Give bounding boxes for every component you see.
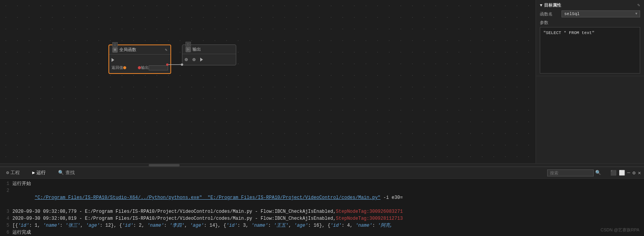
log-text-2: "C:/Program Files/IS-RPA10/Studio-X64/..… — [12, 187, 403, 208]
log-num-1: 1 — [3, 180, 9, 187]
tab-project[interactable]: ⚙ 工程 — [3, 169, 23, 176]
port-out-output[interactable] — [192, 58, 196, 61]
log-val-name1: '张三' — [65, 223, 80, 228]
log-key-age2: 'age' — [190, 223, 204, 228]
log-num-4: 4 — [3, 215, 9, 222]
tab-project-label: 工程 — [10, 169, 20, 176]
node-icon-output: ▷ — [185, 47, 191, 52]
log-content: 1 运行开始 2 "C:/Program Files/IS-RPA10/Stud… — [0, 179, 644, 236]
log-num-5: 5 — [3, 222, 9, 229]
select-arrow-icon: ▼ — [635, 12, 637, 16]
canvas-area[interactable]: □ ⊞ 全局函数 ✎ 返回值 输出 — [0, 0, 536, 163]
toolbar-icon-close[interactable]: ✕ — [638, 170, 641, 176]
port-in-output[interactable] — [185, 58, 188, 61]
node-label-return: 返回值 — [112, 65, 123, 70]
log-link-2[interactable]: "C:/Program Files/IS-RPA10/Studio-X64/..… — [35, 195, 381, 200]
node-body-global: 返回值 输出 — [109, 55, 170, 73]
node-output[interactable]: □ ▷ 输出 — [182, 44, 236, 65]
node-label-output: 输出 — [141, 65, 149, 70]
log-key-name1: 'name' — [43, 223, 60, 228]
node-header-global: ⊞ 全局函数 ✎ — [109, 45, 170, 55]
node-title-global: 全局函数 — [119, 47, 163, 53]
log-val-name3: '王五' — [274, 223, 289, 228]
log-key-age3: 'age' — [294, 223, 308, 228]
search-input[interactable] — [547, 169, 594, 176]
function-name-select[interactable]: selSql ▼ — [562, 10, 640, 17]
tab-run-label: 运行 — [36, 169, 46, 176]
port-return[interactable] — [123, 66, 126, 69]
search-tab-icon: 🔍 — [58, 170, 64, 176]
target-props-header: ▼ 目标属性 ✎ — [540, 2, 640, 8]
log-line-4: 4 2020-09-30 09:32:08,819 - E:/Program F… — [3, 215, 641, 222]
connections-svg — [0, 0, 536, 163]
function-name-label: 函数名 — [540, 11, 559, 17]
target-props-title: ▼ 目标属性 — [540, 2, 561, 8]
log-line-1: 1 运行开始 — [3, 180, 641, 187]
log-text-6: 运行完成 — [12, 229, 31, 236]
tab-search-label: 查找 — [65, 169, 75, 176]
log-line-2: 2 "C:/Program Files/IS-RPA10/Studio-X64/… — [3, 187, 641, 208]
node-edit-global[interactable]: ✎ — [165, 48, 167, 52]
log-key-name2: 'name' — [147, 223, 164, 228]
log-text-3: 2020-09-30 09:32:08,779 - E:/Program Fil… — [12, 208, 403, 215]
toolbar-icon-3[interactable]: — — [627, 170, 630, 176]
node-icon-global: ⊞ — [112, 47, 118, 53]
log-text-5: [{'id': 1, 'name': '张三', 'age': 12}, {'i… — [12, 222, 393, 229]
node-row-global-2: 返回值 输出 — [109, 64, 170, 72]
params-value: "SELECT * FROM text" — [543, 31, 594, 35]
log-key-id3: 'id' — [226, 223, 237, 228]
log-num-2: 2 — [3, 187, 9, 208]
collapse-icon[interactable]: ▼ — [540, 3, 543, 8]
node-body-output — [182, 54, 236, 65]
node-row-output-1 — [182, 56, 236, 63]
log-key-name4: 'name' — [355, 223, 372, 228]
log-key-id4: 'id' — [330, 223, 342, 228]
toolbar-icon-1[interactable]: ⬛ — [610, 170, 617, 176]
params-label: 参数 — [540, 20, 640, 26]
horizontal-scrollbar[interactable] — [0, 163, 644, 166]
arrow-icon-global — [112, 58, 114, 62]
log-red-4: StepNodeTag:300928112713 — [336, 216, 403, 221]
bottom-panel: ⚙ 工程 ▶ 运行 🔍 查找 🔍 ⬛ ⬜ — ⚙ ✕ 1 运 — [0, 166, 644, 236]
node-global-fn[interactable]: □ ⊞ 全局函数 ✎ 返回值 输出 — [108, 44, 171, 74]
bottom-search-area: 🔍 — [547, 169, 601, 176]
node-top-icon-global: □ — [112, 42, 118, 47]
function-name-value: selSql — [564, 12, 580, 16]
bottom-tabs: ⚙ 工程 ▶ 运行 🔍 查找 🔍 ⬛ ⬜ — ⚙ ✕ — [0, 167, 644, 179]
port-output[interactable] — [138, 66, 141, 69]
log-line-5: 5 [{'id': 1, 'name': '张三', 'age': 12}, {… — [3, 222, 641, 229]
arrow-icon-output — [200, 58, 203, 62]
log-num-6: 6 — [3, 229, 9, 236]
log-text-1: 运行开始 — [12, 180, 31, 187]
target-props-edit-icon[interactable]: ✎ — [637, 2, 640, 8]
log-red-3: StepNodeTag:300926083271 — [336, 209, 403, 214]
run-icon: ▶ — [32, 170, 35, 176]
log-key-name3: 'name' — [251, 223, 268, 228]
log-line-3: 3 2020-09-30 09:32:08,779 - E:/Program F… — [3, 208, 641, 215]
log-num-3: 3 — [3, 208, 9, 215]
target-props-label: 目标属性 — [544, 2, 561, 8]
log-val-name4: '阿亮, — [378, 223, 393, 228]
scroll-thumb[interactable] — [149, 164, 180, 166]
log-key-age1: 'age' — [86, 223, 100, 228]
target-props-section: ▼ 目标属性 ✎ 函数名 selSql ▼ 参数 "SELECT * FROM … — [536, 0, 644, 76]
toolbar-icon-2[interactable]: ⬜ — [619, 170, 625, 176]
params-area[interactable]: "SELECT * FROM text" — [540, 27, 640, 74]
right-panel: ▼ 目标属性 ✎ 函数名 selSql ▼ 参数 "SELECT * FROM … — [536, 0, 644, 163]
log-val-name2: '李四' — [170, 223, 184, 228]
log-key-id1: 'id' — [18, 223, 29, 228]
log-text-4: 2020-09-30 09:32:08,819 - E:/Program Fil… — [12, 215, 403, 222]
output-input[interactable] — [149, 65, 168, 70]
project-icon: ⚙ — [6, 170, 9, 176]
search-btn-icon[interactable]: 🔍 — [595, 170, 601, 176]
node-title-output: 输出 — [192, 46, 233, 52]
tab-run[interactable]: ▶ 运行 — [29, 169, 49, 176]
tab-search[interactable]: 🔍 查找 — [55, 169, 78, 176]
watermark: CSDN @艺赛旗RPA — [601, 227, 639, 233]
bottom-toolbar-right: ⬛ ⬜ — ⚙ ✕ — [610, 170, 641, 176]
node-top-icon-output: □ — [185, 42, 191, 46]
toolbar-icon-gear[interactable]: ⚙ — [632, 170, 635, 176]
log-line-6: 6 运行完成 — [3, 229, 641, 236]
log-key-id2: 'id' — [122, 223, 133, 228]
main-area: □ ⊞ 全局函数 ✎ 返回值 输出 — [0, 0, 644, 163]
